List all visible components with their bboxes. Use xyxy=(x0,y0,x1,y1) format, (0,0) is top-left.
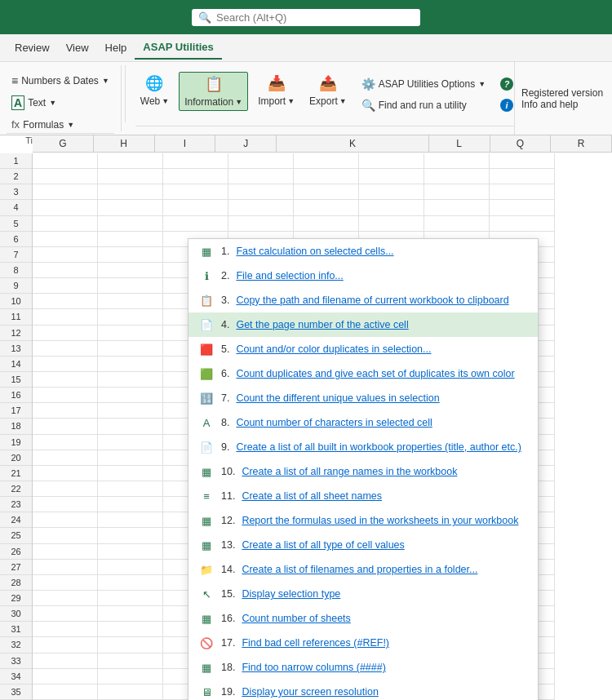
dropdown-item[interactable]: ≡11. Create a list of all sheet names xyxy=(188,484,538,508)
cell[interactable] xyxy=(98,684,163,699)
cell[interactable] xyxy=(163,216,228,231)
cell[interactable] xyxy=(33,419,98,433)
cell[interactable] xyxy=(33,388,98,402)
cell[interactable] xyxy=(33,575,98,590)
cell[interactable] xyxy=(490,169,555,184)
cell[interactable] xyxy=(98,278,163,293)
cell[interactable] xyxy=(98,357,163,371)
cell[interactable] xyxy=(33,528,98,543)
cell[interactable] xyxy=(98,216,163,231)
cell[interactable] xyxy=(490,216,555,231)
cell[interactable] xyxy=(163,169,228,184)
cell[interactable] xyxy=(33,403,98,418)
cell[interactable] xyxy=(98,388,163,402)
dropdown-item[interactable]: ▦1. Fast calculation on selected cells..… xyxy=(188,239,538,264)
cell[interactable] xyxy=(33,294,98,308)
dropdown-item[interactable]: 📁14. Create a list of filenames and prop… xyxy=(188,557,538,582)
cell[interactable] xyxy=(98,341,163,356)
tab-view[interactable]: View xyxy=(58,37,97,59)
cell[interactable] xyxy=(490,200,555,215)
cell[interactable] xyxy=(33,263,98,277)
cell[interactable] xyxy=(98,263,163,277)
dropdown-item[interactable]: ↖15. Display selection type xyxy=(188,582,538,606)
cell[interactable] xyxy=(33,169,98,184)
cell[interactable] xyxy=(33,200,98,215)
cell[interactable] xyxy=(98,419,163,433)
cell[interactable] xyxy=(163,184,228,199)
cell[interactable] xyxy=(163,200,228,215)
cell[interactable] xyxy=(359,184,424,199)
dropdown-item[interactable]: 🚫17. Find bad cell references (#REF!) xyxy=(188,631,538,655)
cell[interactable] xyxy=(228,184,294,199)
dropdown-item[interactable]: A8. Count number of characters in select… xyxy=(188,410,538,435)
cell[interactable] xyxy=(98,372,163,387)
cell[interactable] xyxy=(33,357,98,371)
cell[interactable] xyxy=(294,184,359,199)
import-button[interactable]: 📥 Import ▼ xyxy=(253,72,299,109)
cell[interactable] xyxy=(33,341,98,356)
dropdown-item[interactable]: 📄9. Create a list of all built in workbo… xyxy=(188,435,538,459)
cell[interactable] xyxy=(424,184,490,199)
cell[interactable] xyxy=(33,622,98,636)
cell[interactable] xyxy=(98,606,163,621)
cell[interactable] xyxy=(33,309,98,324)
dropdown-item[interactable]: 📋3. Copy the path and filename of curren… xyxy=(188,288,538,312)
cell[interactable] xyxy=(228,200,294,215)
cell[interactable] xyxy=(163,153,228,168)
cell[interactable] xyxy=(33,450,98,465)
cell[interactable] xyxy=(98,435,163,450)
web-button[interactable]: 🌐 Web ▼ xyxy=(135,72,174,109)
cell[interactable] xyxy=(424,153,490,168)
cell[interactable] xyxy=(98,512,163,527)
cell[interactable] xyxy=(359,169,424,184)
cell[interactable] xyxy=(33,481,98,496)
dropdown-item[interactable]: ▦18. Find too narrow columns (####) xyxy=(188,655,538,680)
cell[interactable] xyxy=(359,153,424,168)
cell[interactable] xyxy=(98,184,163,199)
cell[interactable] xyxy=(33,669,98,684)
cell[interactable] xyxy=(98,403,163,418)
cell[interactable] xyxy=(98,247,163,262)
cell[interactable] xyxy=(33,497,98,512)
cell[interactable] xyxy=(98,294,163,308)
dropdown-item[interactable]: ▦16. Count number of sheets xyxy=(188,606,538,631)
dropdown-item[interactable]: ▦10. Create a list of all range names in… xyxy=(188,459,538,484)
cell[interactable] xyxy=(228,153,294,168)
cell[interactable] xyxy=(98,450,163,465)
dropdown-item[interactable]: ▦12. Report the formulas used in the wor… xyxy=(188,508,538,533)
cell[interactable] xyxy=(294,153,359,168)
cell[interactable] xyxy=(98,544,163,559)
find-run-button[interactable]: 🔍 Find and run a utility xyxy=(357,96,490,114)
dropdown-item[interactable]: 🟩6. Count duplicates and give each set o… xyxy=(188,361,538,386)
cell[interactable] xyxy=(98,637,163,652)
dropdown-item[interactable]: ▦13. Create a list of all type of cell v… xyxy=(188,533,538,557)
cell[interactable] xyxy=(490,153,555,168)
text-button[interactable]: A Text ▼ xyxy=(7,93,61,113)
search-input-wrap[interactable]: 🔍 xyxy=(192,9,420,26)
information-button[interactable]: 📋 Information ▼ xyxy=(179,72,248,111)
dropdown-item[interactable]: 📄4. Get the page number of the active ce… xyxy=(188,312,538,337)
cell[interactable] xyxy=(294,216,359,231)
cell[interactable] xyxy=(33,606,98,621)
dropdown-item[interactable]: 🟥5. Count and/or color duplicates in sel… xyxy=(188,337,538,361)
dropdown-item[interactable]: 🖥19. Display your screen resolution xyxy=(188,680,538,700)
cell[interactable] xyxy=(359,200,424,215)
cell[interactable] xyxy=(228,216,294,231)
cell[interactable] xyxy=(98,560,163,574)
search-input[interactable] xyxy=(216,11,414,24)
cell[interactable] xyxy=(228,169,294,184)
cell[interactable] xyxy=(359,216,424,231)
cell[interactable] xyxy=(98,497,163,512)
cell[interactable] xyxy=(33,153,98,168)
cell[interactable] xyxy=(98,669,163,684)
cell[interactable] xyxy=(98,622,163,636)
cell[interactable] xyxy=(33,560,98,574)
cell[interactable] xyxy=(98,309,163,324)
cell[interactable] xyxy=(33,435,98,450)
cell[interactable] xyxy=(33,637,98,652)
cell[interactable] xyxy=(33,232,98,246)
cell[interactable] xyxy=(98,653,163,668)
cell[interactable] xyxy=(98,528,163,543)
cell[interactable] xyxy=(294,169,359,184)
cell[interactable] xyxy=(424,200,490,215)
